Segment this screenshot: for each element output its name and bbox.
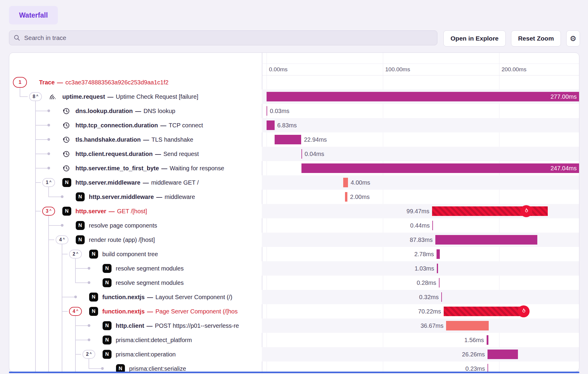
span-row-16[interactable]: 70.22ms4^Nfunction.nextjs—Page Server Co…	[9, 304, 579, 319]
duration-label: 36.67ms	[420, 319, 443, 333]
timeline-scrubber[interactable]	[9, 372, 579, 373]
span-op: http.client	[116, 322, 144, 329]
span-bar[interactable]	[435, 235, 538, 245]
span-label: render route (app) /[host]	[89, 233, 155, 247]
span-row-0[interactable]: 1Trace—cc3ae3748883563a926c253d9aa1c1f2	[9, 75, 579, 89]
tree-connector-horizontal	[48, 225, 61, 226]
span-bar[interactable]	[446, 321, 489, 330]
tree-connector-vertical	[62, 290, 62, 297]
span-row-4[interactable]: 22.94mstls.handshake.duration—TLS handsh…	[9, 132, 579, 147]
tree-guide-below	[48, 215, 49, 218]
span-label: resolve page components	[89, 218, 157, 233]
span-count-badge[interactable]: 1	[13, 77, 27, 88]
tab-waterfall-label: Waterfall	[19, 11, 48, 19]
span-row-14[interactable]: 0.28msNresolve segment modules	[9, 276, 579, 290]
nextjs-icon: N	[116, 364, 125, 372]
nextjs-icon: N	[76, 235, 85, 244]
settings-button[interactable]: ⚙	[566, 30, 580, 47]
span-bar[interactable]	[488, 364, 488, 372]
waterfall-cell	[262, 75, 579, 89]
span-row-2[interactable]: 0.03msdns.lookup.duration—DNS lookup	[9, 104, 579, 118]
span-description: middleware GET /	[151, 179, 199, 186]
span-row-11[interactable]: 87.83ms4^Nrender route (app) /[host]	[9, 233, 579, 247]
chevron-up-icon: ^	[36, 94, 38, 98]
span-dot	[47, 109, 50, 112]
nextjs-icon: N	[89, 250, 98, 259]
span-op: Trace	[39, 79, 55, 86]
span-bar[interactable]	[432, 221, 433, 230]
tick-label-200ms: 200.00ms	[502, 64, 526, 75]
span-row-3[interactable]: 6.83mshttp.tcp_connection.duration—TCP c…	[9, 118, 579, 132]
span-bar[interactable]	[441, 292, 442, 302]
tree-guide	[48, 261, 49, 276]
span-bar[interactable]	[488, 350, 518, 359]
duration-label: 2.00ms	[350, 190, 370, 204]
span-bar[interactable]: 277.00ms	[267, 92, 579, 101]
span-description: GET /[host]	[117, 208, 147, 214]
span-bar[interactable]	[439, 278, 440, 288]
span-row-20[interactable]: 0.23msNprisma:client:serialize	[9, 361, 579, 372]
span-bar[interactable]	[437, 249, 440, 259]
tree-connector-horizontal	[48, 197, 61, 197]
span-count-badge[interactable]: 8^	[29, 92, 42, 101]
tree-guide	[35, 333, 36, 347]
span-bar[interactable]	[487, 335, 488, 345]
separator: —	[135, 108, 141, 114]
duration-label: 22.94ms	[304, 132, 327, 147]
search-input[interactable]	[24, 34, 433, 42]
duration-label: 26.26ms	[462, 347, 485, 361]
tree-connector-horizontal	[62, 254, 68, 254]
span-bar[interactable]	[275, 135, 301, 144]
tree-connector-vertical	[75, 347, 76, 354]
duration-label: 0.28ms	[417, 276, 436, 290]
span-op: resolve page components	[89, 222, 157, 229]
reset-zoom-button[interactable]: Reset Zoom	[511, 30, 561, 47]
span-count-badge[interactable]: 1^	[42, 178, 55, 187]
fire-icon[interactable]	[518, 305, 530, 317]
span-count-badge[interactable]: 2^	[69, 250, 82, 259]
tab-waterfall[interactable]: Waterfall	[9, 6, 58, 24]
span-row-8[interactable]: 2.00msNhttp.server.middleware—middleware	[9, 190, 579, 204]
span-bar[interactable]	[444, 307, 525, 316]
span-dot	[88, 324, 90, 327]
span-row-5[interactable]: 0.04mshttp.client.request.duration—Send …	[9, 147, 579, 161]
span-bar[interactable]	[345, 192, 347, 202]
span-bar[interactable]	[267, 120, 275, 130]
span-row-18[interactable]: 1.56msNprisma:client:detect_platform	[9, 333, 579, 347]
span-bar[interactable]	[301, 149, 302, 159]
span-count-badge[interactable]: 4^	[69, 307, 82, 316]
span-row-19[interactable]: 26.26ms2^Nprisma:client:operation	[9, 347, 579, 361]
span-row-12[interactable]: 2.78ms2^Nbuild component tree	[9, 247, 579, 261]
span-op: http.server	[75, 208, 106, 214]
span-row-1[interactable]: 277.00ms8^uptime.request—Uptime Check Re…	[9, 89, 579, 104]
span-label: build component tree	[102, 247, 158, 261]
span-count-badge[interactable]: 2^	[83, 350, 95, 359]
span-bar[interactable]	[343, 178, 348, 187]
span-description: Waiting for response	[170, 165, 224, 171]
span-row-6[interactable]: 247.04mshttp.server.time_to_first_byte—W…	[9, 161, 579, 175]
tree-connector-vertical	[75, 276, 76, 283]
span-row-13[interactable]: 1.03msNresolve segment modules	[9, 261, 579, 276]
span-row-10[interactable]: 0.44msNresolve page components	[9, 218, 579, 233]
span-row-15[interactable]: 0.32msNfunction.nextjs—Layout Server Com…	[9, 290, 579, 304]
fire-icon[interactable]	[520, 205, 532, 217]
span-description: TLS handshake	[151, 136, 193, 143]
tree-connector-vertical	[62, 247, 62, 254]
span-bar[interactable]: 247.04ms	[301, 163, 579, 173]
search-bar[interactable]	[9, 30, 437, 45]
span-bar[interactable]	[267, 106, 267, 116]
span-op: function.nextjs	[102, 308, 145, 315]
open-in-explore-button[interactable]: Open in Explore	[443, 30, 506, 47]
duration-label: 1.56ms	[464, 333, 484, 347]
tree-guide	[48, 290, 49, 304]
span-count-badge[interactable]: 3^	[42, 207, 55, 216]
span-row-9[interactable]: 99.47ms3^Nhttp.server—GET /[host]	[9, 204, 579, 218]
span-row-7[interactable]: 4.00ms1^Nhttp.server.middleware—middlewa…	[9, 175, 579, 190]
tree-guide-below	[75, 316, 76, 319]
span-row-17[interactable]: 36.67msNhttp.client—POST https://p01--se…	[9, 319, 579, 333]
span-label: uptime.request—Uptime Check Request [fai…	[62, 89, 198, 104]
span-bar[interactable]	[437, 264, 438, 273]
span-count-badge[interactable]: 4^	[56, 235, 69, 244]
span-description: Page Server Component (/[hos	[155, 308, 238, 315]
waterfall-cell: 1.03ms	[262, 261, 579, 276]
